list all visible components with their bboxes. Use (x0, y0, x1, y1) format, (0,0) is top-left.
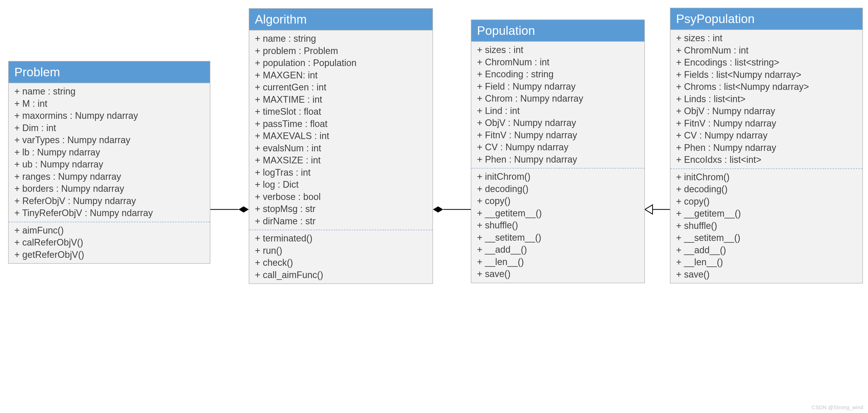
attr-row: + varTypes : Numpy ndarray (14, 134, 204, 146)
method-row: + __setitem__() (676, 232, 857, 244)
attr-row: + ObjV : Numpy ndarray (676, 105, 857, 117)
method-row: + __add__() (477, 243, 639, 256)
attr-row: + MAXEVALS : int (255, 130, 427, 142)
method-row: + __add__() (676, 244, 857, 256)
method-row: + check() (255, 257, 427, 269)
method-row: + __len__() (477, 256, 639, 268)
attr-row: + FitnV : Numpy ndarray (477, 129, 639, 141)
attrs-algorithm: + name : string + problem : Problem + po… (249, 30, 432, 230)
class-algorithm: Algorithm + name : string + problem : Pr… (249, 8, 433, 284)
attr-row: + Phen : Numpy ndarray (477, 153, 639, 166)
svg-marker-2 (433, 206, 443, 212)
class-population: Population + sizes : int + ChromNum : in… (471, 20, 645, 283)
method-row: + __len__() (676, 256, 857, 268)
attr-row: + log : Dict (255, 178, 427, 191)
watermark: CSDN @Strong_wind (812, 405, 863, 410)
class-title-problem: Problem (9, 61, 210, 83)
methods-algorithm: + terminated() + run() + check() + call_… (249, 230, 432, 284)
attr-row: + currentGen : int (255, 81, 427, 93)
method-row: + __getitem__() (676, 207, 857, 220)
method-row: + __setitem__() (477, 232, 639, 244)
svg-marker-4 (645, 205, 653, 214)
class-title-psypopulation: PsyPopulation (671, 8, 862, 30)
attr-row: + MAXSIZE : int (255, 154, 427, 167)
connector-problem-algorithm (210, 202, 249, 217)
method-row: + getReferObjV() (14, 248, 204, 261)
attr-row: + TinyReferObjV : Numpy ndarray (14, 207, 204, 219)
attrs-psypopulation: + sizes : int + ChromNum : int + Encodin… (671, 30, 862, 169)
class-title-population: Population (471, 20, 644, 42)
attr-row: + verbose : bool (255, 191, 427, 203)
attr-row: + logTras : int (255, 167, 427, 179)
method-row: + __getitem__() (477, 207, 639, 219)
attr-row: + evalsNum : int (255, 142, 427, 154)
method-row: + run() (255, 244, 427, 257)
attr-row: + CV : Numpy ndarray (477, 141, 639, 153)
attr-row: + ub : Numpy ndarray (14, 158, 204, 171)
method-row: + initChrom() (477, 171, 639, 183)
method-row: + call_aimFunc() (255, 269, 427, 281)
method-row: + shuffle() (676, 220, 857, 232)
method-row: + initChrom() (676, 171, 857, 183)
class-psypopulation: PsyPopulation + sizes : int + ChromNum :… (670, 8, 863, 284)
attr-row: + dirName : str (255, 215, 427, 227)
attr-row: + MAXGEN: int (255, 69, 427, 82)
method-row: + aimFunc() (14, 224, 204, 237)
attr-row: + Encoding : string (477, 68, 639, 80)
attr-row: + FitnV : Numpy ndarray (676, 117, 857, 129)
attr-row: + name : string (14, 85, 204, 97)
attr-row: + timeSlot : float (255, 106, 427, 118)
attr-row: + ReferObjV : Numpy ndarray (14, 195, 204, 207)
method-row: + copy() (676, 195, 857, 208)
method-row: + calReferObjV() (14, 236, 204, 248)
attr-row: + Dim : int (14, 122, 204, 134)
attr-row: + name : string (255, 32, 427, 45)
method-row: + save() (477, 268, 639, 280)
attr-row: + Chroms : list<Numpy ndarray> (676, 81, 857, 93)
attr-row: + Linds : list<int> (676, 93, 857, 105)
svg-marker-1 (239, 206, 249, 212)
attr-row: + Fields : list<Numpy ndarray> (676, 69, 857, 81)
class-problem: Problem + name : string + M : int + maxo… (8, 61, 210, 264)
attr-row: + Field : Numpy ndarray (477, 80, 639, 93)
method-row: + decoding() (477, 183, 639, 195)
attr-row: + Phen : Numpy ndarray (676, 142, 857, 154)
attr-row: + Chrom : Numpy ndarray (477, 92, 639, 105)
connector-algorithm-population (433, 202, 471, 217)
method-row: + save() (676, 268, 857, 281)
attr-row: + borders : Numpy ndarray (14, 182, 204, 195)
attr-row: + maxormins : Numpy ndarray (14, 110, 204, 122)
attr-row: + ChromNum : int (676, 44, 857, 57)
attr-row: + ranges : Numpy ndarray (14, 171, 204, 183)
attr-row: + MAXTIME : int (255, 93, 427, 106)
methods-population: + initChrom() + decoding() + copy() + __… (471, 168, 644, 283)
methods-psypopulation: + initChrom() + decoding() + copy() + __… (671, 169, 862, 283)
attr-row: + EncoIdxs : list<int> (676, 154, 857, 166)
attr-row: + Encodings : list<string> (676, 56, 857, 69)
method-row: + terminated() (255, 232, 427, 244)
attr-row: + population : Population (255, 57, 427, 69)
attr-row: + lb : Numpy ndarray (14, 146, 204, 158)
attrs-population: + sizes : int + ChromNum : int + Encodin… (471, 42, 644, 168)
attr-row: + sizes : int (477, 44, 639, 56)
connector-population-psypopulation (645, 202, 670, 217)
attr-row: + problem : Problem (255, 45, 427, 57)
attr-row: + ObjV : Numpy ndarray (477, 117, 639, 129)
method-row: + decoding() (676, 183, 857, 195)
attr-row: + M : int (14, 97, 204, 110)
attr-row: + stopMsg : str (255, 203, 427, 215)
attr-row: + sizes : int (676, 32, 857, 44)
attr-row: + CV : Numpy ndarray (676, 129, 857, 142)
method-row: + shuffle() (477, 219, 639, 232)
attrs-problem: + name : string + M : int + maxormins : … (9, 83, 210, 222)
attr-row: + Lind : int (477, 105, 639, 117)
attr-row: + passTime : float (255, 118, 427, 130)
methods-problem: + aimFunc() + calReferObjV() + getReferO… (9, 222, 210, 263)
class-title-algorithm: Algorithm (249, 9, 432, 30)
method-row: + copy() (477, 195, 639, 207)
attr-row: + ChromNum : int (477, 56, 639, 68)
